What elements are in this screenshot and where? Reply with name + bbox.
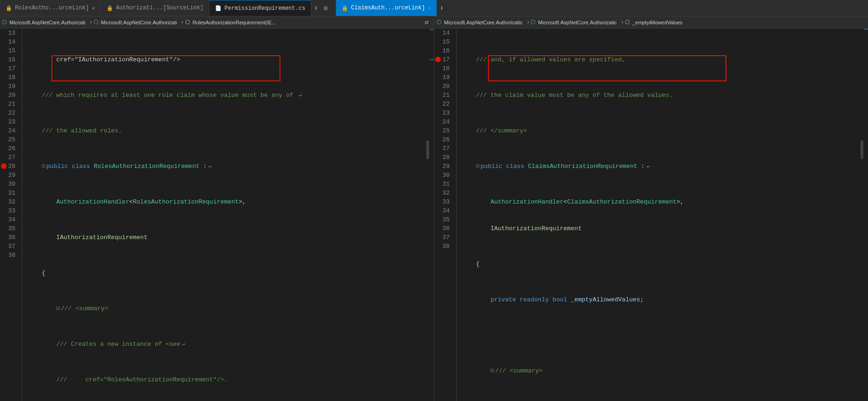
code-line-17b: IAuthorizationRequirement	[27, 233, 425, 242]
rln-27: 27	[434, 144, 452, 153]
left-scrollbar-thumb[interactable]	[426, 140, 429, 159]
right-code-content[interactable]: /// and, if allowed values are specified…	[457, 29, 860, 401]
namespace-icon-4: ⬡	[531, 19, 535, 26]
ln-33: 33	[0, 206, 18, 215]
code-line-15: /// the allowed roles.	[27, 126, 425, 135]
code-line-17: {	[27, 269, 425, 277]
rln-21: 21	[434, 91, 452, 100]
right-right-indicator	[864, 29, 868, 401]
tab-close-4[interactable]: ✕	[428, 5, 431, 11]
ln-29: 29	[0, 171, 18, 180]
method-icon-1: ⬡	[185, 19, 190, 26]
namespace-icon-1: ⬡	[2, 19, 7, 26]
ln-13: 13	[0, 29, 18, 37]
ln-32: 32	[0, 197, 18, 206]
left-scrollbar[interactable]	[425, 29, 430, 401]
code-line-18: ⊟ /// <summary>	[27, 304, 425, 313]
ln-17: 17	[0, 64, 18, 73]
rln-35: 35	[434, 215, 452, 224]
rln-14: 14	[434, 29, 452, 37]
ln-20: 20	[0, 91, 18, 100]
code-line-16: ⊟ public class RolesAuthorizationRequire…	[27, 162, 425, 171]
tab-authorizati[interactable]: 🔒 Authorizati...[SourceLink]	[101, 0, 209, 16]
rcode-17c: IAuthorizationRequirement	[461, 224, 860, 233]
rcode-20	[461, 331, 860, 340]
rln-34: 34	[434, 206, 452, 215]
rln-23: 23	[434, 109, 452, 117]
code-line-14: /// which requires at least one role cla…	[27, 91, 425, 100]
ln-35: 35	[0, 224, 18, 233]
ln-14: 14	[0, 37, 18, 46]
nav-namespace-3[interactable]: Microsoft.AspNetCore.Authorizatic	[441, 19, 525, 26]
right-code-area: 14 15 16 17 18 19 20 21 22 23 24 25 26	[434, 29, 868, 401]
tab-roles-autho[interactable]: 🔒 RolesAutho...urceLink] ✕	[0, 0, 101, 16]
tab-close-1[interactable]: ✕	[92, 5, 95, 11]
left-right-indicator	[430, 29, 434, 401]
namespace-icon-2: ⬡	[93, 19, 98, 26]
tab-claims-autho[interactable]: 🔒 ClaimsAuth...urceLink] ✕	[336, 0, 437, 16]
rln-22: 22	[434, 100, 452, 109]
ln-37: 37	[0, 242, 18, 251]
rln-26: 26	[434, 135, 452, 144]
code-line-13: cref="IAuthorizationRequirement"/>	[27, 55, 425, 64]
rcode-18: {	[461, 260, 860, 269]
nav-namespace-4[interactable]: Microsoft.AspNetCore.Authorizatic	[535, 19, 619, 26]
lock-icon: 🔒	[6, 5, 12, 11]
rln-17: 17	[434, 55, 452, 64]
rln-38: 38	[434, 242, 452, 251]
rln-32: 32	[434, 189, 452, 197]
namespace-icon-3: ⬡	[437, 19, 441, 26]
ln-31: 31	[0, 189, 18, 197]
rln-19: 19	[434, 73, 452, 82]
code-line-19: /// Creates a new instance of <see ↵	[27, 340, 425, 349]
tab-dropdown-btn[interactable]: ⬇	[311, 4, 321, 12]
nav-method-1[interactable]: RolesAuthorizationRequirement(IE...	[190, 19, 279, 26]
ln-21: 21	[0, 100, 18, 109]
lock-icon-2: 🔒	[107, 5, 113, 11]
ln-30: 30	[0, 180, 18, 189]
rcode-21: ⊟ /// <summary>	[461, 366, 860, 375]
right-scrollbar-thumb[interactable]	[861, 140, 863, 159]
nav-namespace-2[interactable]: Microsoft.AspNetCore.Authorizati	[98, 19, 180, 26]
right-scrollbar[interactable]	[860, 29, 864, 401]
rcode-15: /// the claim value must be any of the a…	[461, 91, 860, 100]
nav-namespace-1[interactable]: Microsoft.AspNetCore.Authorizati	[7, 19, 88, 26]
file-icon: 📄	[215, 5, 222, 11]
tab-bar: 🔒 RolesAutho...urceLink] ✕ 🔒 Authorizati…	[0, 0, 868, 16]
rcode-14: /// and, if allowed values are specified…	[461, 55, 860, 64]
rln-29: 29	[434, 162, 452, 171]
ln-25: 25	[0, 135, 18, 144]
ide-container: 🔒 RolesAutho...urceLink] ✕ 🔒 Authorizati…	[0, 0, 868, 401]
right-line-numbers: 14 15 16 17 18 19 20 21 22 23 24 25 26	[434, 29, 457, 401]
ln-22: 22	[0, 109, 18, 117]
rln-30: 30	[434, 171, 452, 180]
right-editor-pane: 14 15 16 17 18 19 20 21 22 23 24 25 26	[434, 29, 868, 401]
ln-19: 19	[0, 82, 18, 91]
code-line-20: /// cref="RolesAuthorizationRequirement"…	[27, 375, 425, 384]
ln-28: 28	[0, 162, 18, 171]
nav-bar: ⬡ Microsoft.AspNetCore.Authorizati › ⬡ M…	[0, 16, 868, 29]
nav-field-1[interactable]: _emptyAllowedValues	[630, 19, 685, 26]
ln-24: 24	[0, 126, 18, 135]
rcode-16: /// </summary>	[461, 126, 860, 135]
pane-splitter	[330, 0, 336, 16]
right-tab-dropdown-btn[interactable]: ⬇	[437, 4, 446, 12]
lock-icon-3: 🔒	[342, 5, 348, 11]
ln-16: 16	[0, 55, 18, 64]
rln-20: 20	[434, 82, 452, 91]
code-line-17a: AuthorizationHandler < RolesAuthorizatio…	[27, 197, 425, 206]
rln-24: 24	[434, 117, 452, 126]
ln-27: 27	[0, 153, 18, 162]
left-code-content[interactable]: cref="IAuthorizationRequirement"/> /// w…	[22, 29, 425, 401]
left-editor-pane: 13 14 15 16 17 18 19 20 21 22 23 24 25 2…	[0, 29, 434, 401]
rcode-17b: AuthorizationHandler < ClaimsAuthorizati…	[461, 197, 860, 206]
tab-settings-btn[interactable]: ⚙	[321, 4, 330, 12]
tab-permission[interactable]: 📄 PermissionRequirement.cs	[209, 0, 311, 16]
breakpoint-dot	[1, 163, 7, 169]
field-icon-1: ⬡	[625, 19, 630, 26]
ln-23: 23	[0, 117, 18, 126]
rln-15: 15	[434, 37, 452, 46]
rln-25: 25	[434, 126, 452, 135]
left-code-area: 13 14 15 16 17 18 19 20 21 22 23 24 25 2…	[0, 29, 434, 401]
nav-pin-1[interactable]: ⇄	[422, 18, 431, 26]
